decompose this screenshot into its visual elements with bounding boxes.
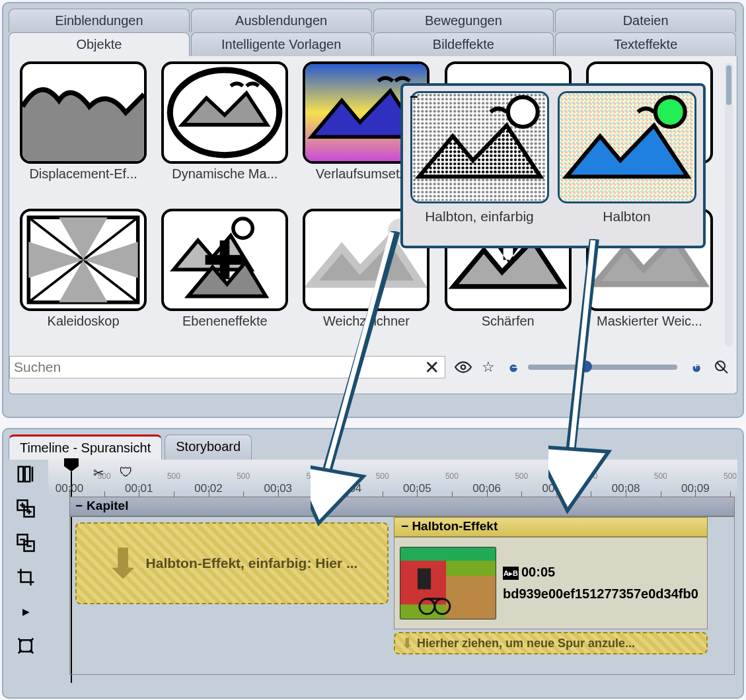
tab-einblendungen[interactable]: Einblendungen <box>9 9 190 32</box>
shield-icon[interactable]: 🛡 <box>120 465 133 480</box>
tab-row-top: Einblendungen Ausblendungen Bewegungen D… <box>9 9 737 32</box>
timeline-toolbar: ▶ <box>9 460 43 684</box>
clip-filename: bd939e00ef151277357e0d34fb0 <box>503 586 702 602</box>
down-arrow-icon: ⬇ <box>106 540 139 586</box>
gallery-item-kaleidoskop[interactable]: Kaleidoskop <box>15 209 152 352</box>
svg-rect-25 <box>19 467 24 482</box>
gallery-item-displacement[interactable]: Displacement-Ef... <box>15 61 152 205</box>
svg-marker-24 <box>548 446 609 513</box>
tab-timeline[interactable]: Timeline - Spuransicht <box>9 435 162 460</box>
crop-icon[interactable] <box>14 565 38 589</box>
ruler-mark: 00:01 <box>125 482 153 495</box>
ruler-mark-500: 500 <box>98 472 111 481</box>
new-track-drop-hint[interactable]: ⬇ Hierher ziehen, um neue Spur anzule... <box>394 632 708 654</box>
tutorial-arrow-right <box>548 239 628 523</box>
ruler-mark: 00:02 <box>194 482 223 495</box>
gallery-item-dynamische-maske[interactable]: Dynamische Ma... <box>156 61 293 205</box>
zoom-reset-icon[interactable] <box>712 357 731 377</box>
svg-line-12 <box>724 369 727 373</box>
ruler-mark-500: 500 <box>724 472 737 481</box>
ruler-mark-500: 500 <box>515 472 528 481</box>
ruler-mark: 00:00 <box>56 482 84 495</box>
clip-thumbnail <box>400 547 496 619</box>
tab-dateien[interactable]: Dateien <box>555 9 736 32</box>
svg-rect-38 <box>20 640 32 652</box>
playhead-icon[interactable] <box>64 458 79 472</box>
tab-ausblendungen[interactable]: Ausblendungen <box>191 9 372 32</box>
popup-item-halbton-einfarbig[interactable]: Halbton, einfarbig <box>408 91 550 240</box>
svg-point-3 <box>233 219 252 238</box>
ruler-mark: 00:09 <box>681 482 710 495</box>
gallery-item-ebeneneffekte[interactable]: Ebeneneffekte <box>156 209 293 352</box>
remove-track-icon[interactable] <box>14 531 38 555</box>
gallery-label: Displacement-Ef... <box>15 166 152 182</box>
ruler-mark: 00:03 <box>264 482 293 495</box>
tab-bewegungen[interactable]: Bewegungen <box>373 9 554 32</box>
svg-rect-26 <box>25 467 30 482</box>
zoom-in-icon[interactable]: ●+ <box>687 357 706 377</box>
svg-marker-23 <box>311 464 363 530</box>
svg-point-17 <box>507 97 537 127</box>
play-icon[interactable]: ▶ <box>14 600 38 623</box>
effect-popup: − Halbton, einfarbig Halbton <box>400 83 706 248</box>
tab-bildeffekte[interactable]: Bildeffekte <box>373 32 554 56</box>
ruler-mark-500: 500 <box>237 472 250 481</box>
clip-duration: 00:05 <box>521 565 555 579</box>
down-arrow-icon: ⬇ <box>402 635 413 651</box>
tab-storyboard[interactable]: Storyboard <box>165 435 252 460</box>
tab-row-sub: Objekte Intelligente Vorlagen Bildeffekt… <box>9 32 737 56</box>
add-track-icon[interactable] <box>14 497 38 520</box>
gallery-label: Dynamische Ma... <box>156 166 293 182</box>
zoom-out-icon[interactable]: ● <box>504 357 523 377</box>
drop-zone-label: Halbton-Effekt, einfarbig: Hier ... <box>146 555 358 571</box>
popup-label: Halbton <box>556 209 698 225</box>
svg-rect-46 <box>400 547 496 561</box>
tab-objekte[interactable]: Objekte <box>9 32 190 56</box>
ab-badge-icon: A▸B <box>503 567 519 580</box>
ruler-mark-500: 500 <box>167 472 180 481</box>
star-icon[interactable]: ☆ <box>478 357 498 377</box>
tab-texteffekte[interactable]: Texteffekte <box>555 32 736 56</box>
marker-tool-icon[interactable] <box>14 462 38 486</box>
fit-icon[interactable] <box>14 634 38 658</box>
gallery-label: Ebeneneffekte <box>156 314 293 329</box>
ruler-mark-500: 500 <box>654 472 667 481</box>
svg-rect-42 <box>418 569 431 590</box>
svg-rect-5 <box>220 240 230 279</box>
tutorial-arrow-left <box>311 231 463 542</box>
clip-body[interactable]: A▸B00:05 bd939e00ef151277357e0d34fb0 <box>394 537 708 629</box>
clip-meta: A▸B00:05 bd939e00ef151277357e0d34fb0 <box>503 565 702 602</box>
popup-label: Halbton, einfarbig <box>408 209 550 225</box>
tab-intelligente-vorlagen[interactable]: Intelligente Vorlagen <box>191 32 372 56</box>
new-track-label: Hierher ziehen, um neue Spur anzule... <box>417 637 635 650</box>
popup-item-halbton[interactable]: Halbton <box>556 91 698 240</box>
gallery-scrollbar[interactable] <box>725 63 733 347</box>
svg-point-22 <box>655 97 685 127</box>
popup-collapse-icon[interactable]: − <box>410 88 418 106</box>
svg-rect-41 <box>446 576 496 619</box>
svg-line-13 <box>717 363 724 369</box>
collapse-icon[interactable]: − <box>75 499 83 512</box>
gallery-label: Kaleidoskop <box>15 314 152 329</box>
ruler-mark: 00:06 <box>472 482 501 495</box>
